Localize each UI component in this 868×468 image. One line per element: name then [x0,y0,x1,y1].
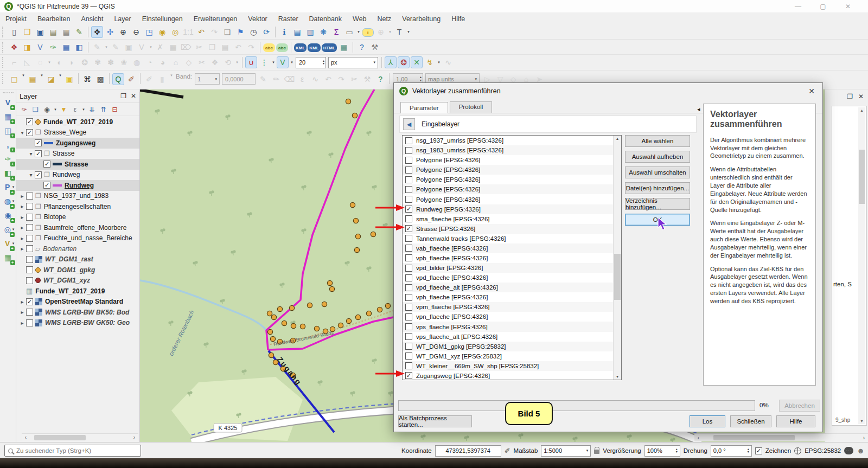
scroll-track[interactable] [30,434,130,441]
expander-icon[interactable]: ▸ [18,246,26,252]
layer-item-funde-wt-2017-2019[interactable]: ✓Funde_WT_2017_2019 [16,117,139,127]
layer-item-wt-dgm1-xyz[interactable]: WT_DGM1_xyz [16,275,139,286]
layer-item-zugangsweg[interactable]: ✓Zugangsweg [16,138,139,149]
menu-verarbeitung[interactable]: Verarbeitung [397,15,446,23]
menu-raster[interactable]: Raster [273,15,304,23]
raster-selection-icon[interactable]: ▩ [94,73,106,85]
input-layer-list[interactable]: ▴ ▾ nsg_1937_umriss [EPSG:4326]nsg_1983_… [402,135,622,380]
user-notification-icon[interactable]: ☻ [857,446,865,455]
add-wms-layer-icon[interactable]: ◍ [2,195,14,207]
layer-select-checkbox[interactable] [405,157,412,164]
layer-item-bodenarten[interactable]: ▸▱Bodenarten [16,243,139,254]
layer-item-funde-wt-2017-2019[interactable]: ▦Funde_WT_2017_2019 [16,286,139,297]
raster-help-icon[interactable]: ? [374,73,386,85]
close-panel-icon[interactable]: ✕ [858,93,864,100]
input-layer-row[interactable]: ✓Strasse [EPSG:4326] [403,224,621,234]
web-grid-tools-icon[interactable]: ▦ [338,41,350,53]
add-group-icon[interactable]: ❏ [30,104,41,114]
input-layer-row[interactable]: vab_flaeche [EPSG:4326] [403,243,621,253]
close-button[interactable]: Schließen [730,415,771,427]
scroll-down-icon[interactable]: ▾ [614,374,621,379]
dialog-titlebar[interactable]: Q Vektorlayer zusammenführen ✕ [394,83,822,99]
input-layer-row[interactable]: vpb_flaeche [EPSG:4326] [403,253,621,263]
layer-select-checkbox[interactable] [405,166,412,174]
input-layer-row[interactable]: nsg_1983_umriss [EPSG:4326] [403,145,621,155]
zoom-last-icon[interactable]: ↶ [195,26,207,38]
tab-parameter[interactable]: Parameter [400,102,448,113]
html-export-icon[interactable]: HTML [322,43,337,52]
input-layer-row[interactable]: Polygone [EPSG:4326] [403,194,621,204]
search-input[interactable] [16,447,125,454]
layer-checkbox[interactable] [26,266,33,273]
snap-on-vertex-icon[interactable]: V [277,56,289,68]
layer-checkbox[interactable]: ✓ [35,150,42,157]
close-window-button[interactable]: ✕ [835,0,860,13]
layer-select-checkbox[interactable]: ✓ [405,225,412,232]
scroll-left-icon[interactable]: ‹ [694,435,703,441]
expander-icon[interactable]: ▸ [18,225,26,230]
expand-all-icon[interactable]: ⇊ [87,104,97,114]
kml-export-icon[interactable]: KML [294,43,307,52]
coordinate-field[interactable]: 473921,5397374 [435,445,501,457]
scroll-track[interactable] [703,434,860,441]
right-panel-vscrollbar[interactable]: ▴ ▾ [858,107,865,424]
back-button[interactable]: ◀ [403,118,415,130]
layer-select-checkbox[interactable] [405,147,412,154]
scroll-thumb[interactable] [713,435,795,440]
run-button[interactable]: Los [690,415,725,427]
georeferencer-icon[interactable]: ⌘ [81,73,93,85]
new-virtual-layer-icon[interactable]: ◧ [73,41,85,53]
input-layer-row[interactable]: WT_DGM1_gpkg [EPSG:25832] [403,342,621,351]
add-mesh-layer-icon[interactable]: ◫ [2,125,14,137]
layer-labeling-icon[interactable]: abc [263,43,275,52]
scroll-left-icon[interactable]: ‹ [22,434,30,440]
snap-on-intersection-icon[interactable]: ✕ [411,56,423,68]
dropdown-arrow-icon[interactable]: ▾ [406,30,411,34]
layer-select-checkbox[interactable] [405,196,412,203]
menu-hilfe[interactable]: Hilfe [446,15,470,23]
refresh-map-icon[interactable]: ⟳ [260,26,272,38]
auswahl-umschalten-button[interactable]: Auswahl umschalten [625,166,690,178]
measure-icon[interactable]: ▭ [343,26,355,38]
layer-select-checkbox[interactable] [405,245,412,252]
input-layer-row[interactable]: vps_flaeche_alt [EPSG:4326] [403,332,621,342]
float-panel-icon[interactable]: ❐ [847,93,853,100]
input-layer-row[interactable]: WT_DGM1_xyz [EPSG:25832] [403,351,621,361]
menu-web[interactable]: Web [347,15,372,23]
add-wfs-layer-icon[interactable]: ◎ [2,223,14,235]
layer-item-openstreetmap-standard[interactable]: ▸✓OpenStreetMap Standard [16,297,139,307]
expander-icon[interactable]: ▸ [18,320,26,326]
input-layer-row[interactable]: ✓Rundweg [EPSG:4326] [403,204,621,214]
remove-layer-icon[interactable]: ⊟ [110,104,120,114]
add-delimited-text-layer-icon[interactable]: , [2,139,14,151]
list-vscrollbar[interactable]: ▴ ▾ [613,136,621,380]
layer-diagram-icon[interactable]: abc [276,43,288,52]
mouse-position-icon[interactable]: ✐ [505,447,510,455]
layer-item-strasse[interactable]: ▾✓❐Strasse [16,149,139,159]
plugin-wrench-icon[interactable]: ⚒ [369,41,381,53]
expander-icon[interactable]: ▸ [18,235,26,241]
new-gpx-layer-icon[interactable]: ▦ [60,41,72,53]
input-layer-row[interactable]: Polygone [EPSG:4326] [403,184,621,194]
layer-select-checkbox[interactable]: ✓ [405,372,412,379]
layer-checkbox[interactable] [26,256,33,263]
new-table-icon[interactable]: ▦ [2,252,14,264]
zoom-out-icon[interactable]: ⊖ [130,26,142,38]
help-button[interactable]: Hilfe [776,415,815,427]
layer-item-baumfreie-offene-moorbere[interactable]: ▸❐Baumfreie_offene_Moorbere [16,222,139,233]
enable-snapping-icon[interactable]: ∪ [245,56,257,68]
new-print-layout-icon[interactable]: ▤ [47,26,59,38]
minimize-button[interactable]: — [786,0,810,13]
layer-select-checkbox[interactable] [405,284,412,291]
layer-checkbox[interactable]: ✓ [26,298,33,305]
layer-select-checkbox[interactable]: ✓ [405,206,412,213]
scroll-thumb[interactable] [859,150,865,204]
layer-select-checkbox[interactable] [405,137,412,144]
menu-einstellungen[interactable]: Einstellungen [137,15,188,23]
show-sum-icon[interactable]: Σ [330,26,342,38]
menu-datenbank[interactable]: Datenbank [304,15,347,23]
new-project-icon[interactable]: ▯ [8,26,20,38]
add-gps-layer-icon[interactable]: ✑ [2,153,14,165]
menu-erweiterungen[interactable]: Erweiterungen [188,15,243,23]
layer-checkbox[interactable] [26,277,33,284]
